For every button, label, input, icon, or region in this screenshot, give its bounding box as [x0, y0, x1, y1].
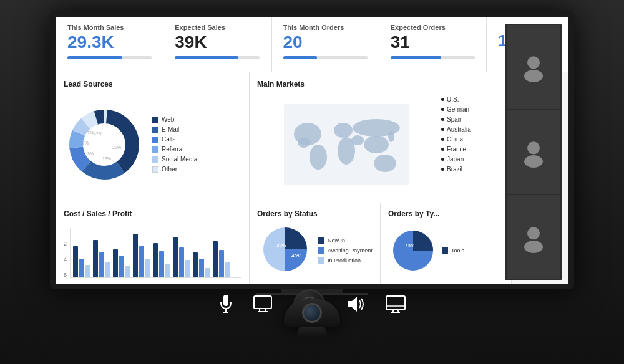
svg-point-23: [388, 131, 394, 142]
svg-point-22: [374, 155, 396, 172]
kpi-row: This Month Sales 29.3K Expected Sales 39…: [56, 17, 568, 72]
y-axis-labels: 642: [64, 231, 69, 278]
svg-text:22%: 22%: [112, 145, 121, 150]
orders-type-section: Orders by Ty... 13% Tools: [381, 203, 512, 284]
kpi-this-month-orders: This Month Orders 20: [271, 17, 379, 72]
lead-sources-legend: Web E-Mail Calls Referral Social Media O…: [152, 116, 197, 173]
svg-point-17: [334, 123, 353, 138]
avatar-3: [507, 195, 560, 279]
camera-stand: [284, 299, 340, 337]
avatar-2: [507, 110, 560, 194]
svg-text:7%: 7%: [82, 141, 89, 145]
svg-text:9%: 9%: [87, 151, 94, 156]
display-icon[interactable]: [386, 295, 406, 315]
cost-sales-profit-section: Cost / Sales / Profit 642: [56, 203, 250, 284]
svg-text:30%: 30%: [276, 242, 286, 248]
svg-point-16: [310, 145, 327, 170]
svg-point-32: [524, 155, 543, 168]
svg-point-29: [527, 57, 540, 69]
svg-point-20: [351, 135, 364, 145]
svg-point-21: [364, 136, 389, 153]
orders-legend: New In Awaiting Payment In Production: [318, 223, 373, 278]
kpi-this-month-sales: This Month Sales 29.3K: [56, 17, 163, 72]
svg-text:42%: 42%: [94, 132, 102, 136]
dashboard: This Month Sales 29.3K Expected Sales 39…: [56, 17, 568, 284]
svg-point-33: [527, 227, 540, 239]
avatar-1: [507, 25, 560, 109]
svg-text:13%: 13%: [102, 156, 111, 161]
world-map: [257, 93, 435, 195]
main-markets-section: Main Markets: [250, 72, 512, 203]
svg-rect-38: [254, 296, 271, 309]
orders-type-legend: Tools: [442, 247, 464, 254]
svg-point-30: [524, 70, 543, 82]
svg-text:7%: 7%: [87, 130, 94, 135]
svg-point-31: [527, 141, 540, 154]
kpi-expected-sales: Expected Sales 39K: [163, 17, 271, 72]
screen: This Month Sales 29.3K Expected Sales 39…: [50, 11, 574, 295]
mic-icon[interactable]: [218, 295, 233, 316]
speaker-icon[interactable]: [346, 295, 366, 315]
svg-point-34: [524, 241, 543, 253]
svg-text:13%: 13%: [406, 244, 415, 248]
lead-sources-section: Lead Sources: [56, 72, 250, 203]
svg-rect-35: [223, 295, 228, 306]
kpi-expected-orders: Expected Orders 31: [379, 17, 487, 72]
svg-rect-43: [386, 296, 405, 310]
orders-status-section: Orders by Status: [250, 203, 381, 284]
countries-list: U.S. German Spain Australia China France…: [441, 93, 504, 195]
monitor-icon[interactable]: [253, 295, 273, 315]
svg-text:40%: 40%: [291, 253, 301, 259]
avatar-panel: [505, 24, 562, 280]
svg-marker-42: [348, 297, 357, 312]
donut-chart: 42% 22% 13% 9% 7% 7%: [64, 104, 145, 185]
svg-point-15: [298, 138, 310, 148]
